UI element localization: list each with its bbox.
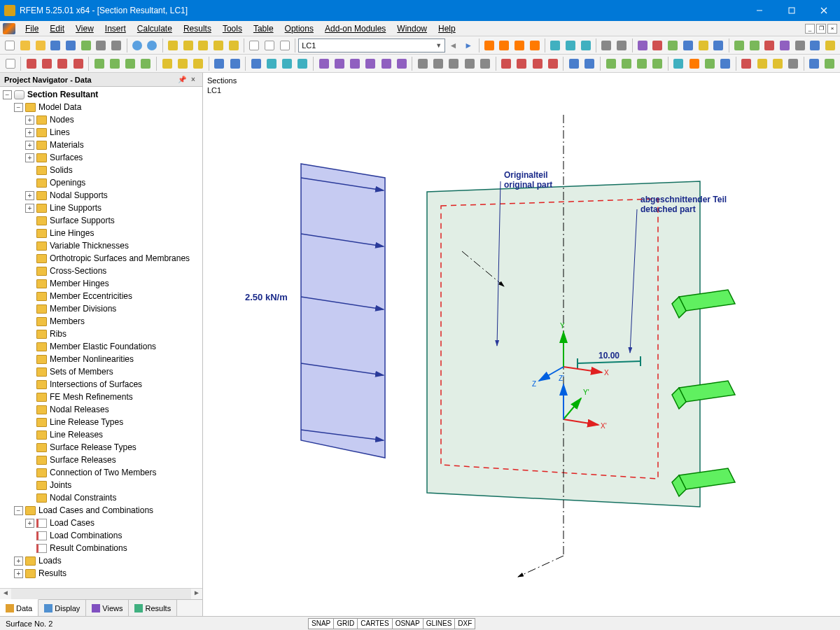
expand-icon[interactable]: + bbox=[25, 141, 34, 150]
cartes-toggle[interactable]: CARTES bbox=[357, 618, 392, 629]
menu-file[interactable]: File bbox=[20, 22, 44, 35]
collapse-icon[interactable]: − bbox=[14, 506, 23, 515]
tb-tool2-icon[interactable] bbox=[747, 38, 762, 53]
tb2-a2-icon[interactable] bbox=[687, 56, 701, 71]
tb2-l1-icon[interactable] bbox=[248, 56, 263, 71]
menu-options[interactable]: Options bbox=[279, 22, 319, 35]
tb-grid1-icon[interactable] bbox=[599, 38, 614, 53]
tree[interactable]: − Section Resultant − Model Data +Nodes+… bbox=[0, 87, 202, 588]
tb2-ld4-icon[interactable] bbox=[363, 56, 378, 71]
tb2-l2-icon[interactable] bbox=[264, 56, 279, 71]
tb-results2-icon[interactable] bbox=[497, 38, 512, 53]
tb2-v2-icon[interactable] bbox=[431, 56, 446, 71]
osnap-toggle[interactable]: OSNAP bbox=[392, 618, 424, 629]
tb-print-icon[interactable] bbox=[94, 38, 108, 53]
tb2-m4-icon[interactable] bbox=[785, 56, 800, 71]
expand-icon[interactable]: + bbox=[25, 519, 34, 528]
tb-tool3-icon[interactable] bbox=[762, 38, 777, 53]
scroll-right-icon[interactable]: ► bbox=[191, 589, 202, 599]
menu-help[interactable]: Help bbox=[433, 22, 461, 35]
tree-item[interactable]: +Lines bbox=[1, 126, 201, 139]
tree-item[interactable]: Joints bbox=[1, 479, 201, 491]
tree-root[interactable]: − Section Resultant bbox=[1, 88, 201, 101]
tree-item[interactable]: Nodal Constraints bbox=[1, 491, 201, 504]
tb-new-icon[interactable] bbox=[3, 38, 18, 53]
tb-zoom2-icon[interactable] bbox=[181, 38, 195, 53]
menu-calculate[interactable]: Calculate bbox=[132, 22, 178, 35]
tb2-c3-icon[interactable] bbox=[634, 56, 649, 71]
glines-toggle[interactable]: GLINES bbox=[423, 618, 456, 629]
tb-tool4-icon[interactable] bbox=[778, 38, 792, 53]
tree-item[interactable]: Openings bbox=[1, 176, 201, 189]
tb-zoom-icon[interactable] bbox=[166, 38, 181, 53]
tb2-x1-icon[interactable] bbox=[807, 56, 822, 71]
tb2-s3-icon[interactable] bbox=[123, 56, 138, 71]
tb2-a3-icon[interactable] bbox=[702, 56, 717, 71]
tree-item[interactable]: Connection of Two Members bbox=[1, 466, 201, 479]
menu-window[interactable]: Window bbox=[391, 22, 433, 35]
tb2-cursor-icon[interactable] bbox=[3, 56, 18, 71]
mdi-close[interactable]: × bbox=[827, 24, 837, 34]
close-panel-icon[interactable]: × bbox=[188, 75, 198, 85]
viewport[interactable]: Sections LC1 bbox=[203, 73, 840, 616]
pin-icon[interactable]: 📌 bbox=[177, 75, 187, 85]
tb-zoom5-icon[interactable] bbox=[227, 38, 241, 53]
tab-data[interactable]: Data bbox=[0, 599, 38, 616]
tree-item[interactable]: Member Divisions bbox=[1, 302, 201, 315]
collapse-icon[interactable]: − bbox=[14, 103, 23, 112]
tree-item[interactable]: Cross-Sections bbox=[1, 265, 201, 277]
tb2-m1-icon[interactable] bbox=[739, 56, 754, 71]
tab-display[interactable]: Display bbox=[38, 600, 86, 616]
tb2-sup1-icon[interactable] bbox=[160, 56, 174, 71]
tree-loadcases-group[interactable]: − Load Cases and Combinations bbox=[1, 504, 201, 517]
tb-prev-icon[interactable]: ◄ bbox=[446, 38, 461, 53]
expand-icon[interactable]: + bbox=[14, 556, 23, 566]
tb-mod4-icon[interactable] bbox=[681, 38, 696, 53]
tb2-f2-icon[interactable] bbox=[514, 56, 529, 71]
tb2-sup3-icon[interactable] bbox=[190, 56, 205, 71]
tb-results4-icon[interactable] bbox=[528, 38, 542, 53]
menu-edit[interactable]: Edit bbox=[44, 22, 70, 35]
tb-check2-icon[interactable] bbox=[564, 38, 578, 53]
tb-check3-icon[interactable] bbox=[579, 38, 594, 53]
tb-zoom3-icon[interactable] bbox=[196, 38, 211, 53]
tb2-v1-icon[interactable] bbox=[415, 56, 430, 71]
tree-item[interactable]: Surface Release Types bbox=[1, 441, 201, 454]
tree-item[interactable]: +Surfaces bbox=[1, 151, 201, 164]
tree-item[interactable]: FE Mesh Refinements bbox=[1, 391, 201, 403]
menu-insert[interactable]: Insert bbox=[99, 22, 132, 35]
tb2-f4-icon[interactable] bbox=[545, 56, 560, 71]
mdi-minimize[interactable]: _ bbox=[805, 24, 815, 34]
loadcase-combo[interactable]: LC1 ▼ bbox=[298, 38, 445, 52]
expand-icon[interactable]: + bbox=[25, 204, 34, 213]
tb-redo-icon[interactable] bbox=[145, 38, 160, 53]
tree-item[interactable]: Line Release Types bbox=[1, 416, 201, 428]
tree-item[interactable]: +Load Cases bbox=[1, 517, 201, 529]
tb-mod6-icon[interactable] bbox=[711, 38, 726, 53]
tree-item[interactable]: Load Combinations bbox=[1, 529, 201, 542]
tab-views[interactable]: Views bbox=[86, 600, 129, 616]
tb2-c4-icon[interactable] bbox=[650, 56, 665, 71]
tree-item[interactable]: Surface Supports bbox=[1, 214, 201, 227]
tb2-sup2-icon[interactable] bbox=[175, 56, 190, 71]
tree-item[interactable]: Nodal Releases bbox=[1, 403, 201, 416]
tb2-surface-icon[interactable] bbox=[71, 56, 85, 71]
expand-icon[interactable]: + bbox=[25, 153, 34, 162]
tb2-c1-icon[interactable] bbox=[603, 56, 618, 71]
tb2-f1-icon[interactable] bbox=[499, 56, 514, 71]
tb-table-icon[interactable] bbox=[247, 38, 262, 53]
tb2-member-icon[interactable] bbox=[55, 56, 70, 71]
tree-item[interactable]: Orthotropic Surfaces and Membranes bbox=[1, 252, 201, 265]
scroll-left-icon[interactable]: ◄ bbox=[0, 589, 11, 599]
tb2-node-icon[interactable] bbox=[24, 56, 38, 71]
tree-item[interactable]: Member Nonlinearities bbox=[1, 353, 201, 365]
close-button[interactable] bbox=[808, 0, 840, 21]
mdi-restore[interactable]: ❐ bbox=[816, 24, 826, 34]
expand-icon[interactable]: + bbox=[14, 569, 23, 578]
grid-toggle[interactable]: GRID bbox=[333, 618, 358, 629]
tree-item[interactable]: Members bbox=[1, 315, 201, 328]
tree-item[interactable]: Member Eccentricities bbox=[1, 290, 201, 302]
tree-item[interactable]: +Materials bbox=[1, 139, 201, 151]
tree-item[interactable]: +Nodal Supports bbox=[1, 189, 201, 202]
tb2-l4-icon[interactable] bbox=[295, 56, 310, 71]
